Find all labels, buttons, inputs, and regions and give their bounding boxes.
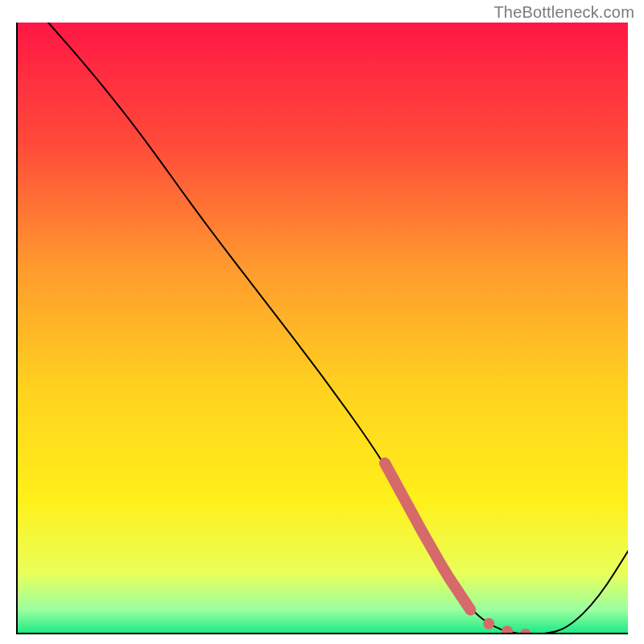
chart-plot-area <box>16 23 628 634</box>
highlight-dot <box>483 618 494 630</box>
attribution-text: TheBottleneck.com <box>493 3 634 22</box>
heat-gradient <box>18 23 628 634</box>
